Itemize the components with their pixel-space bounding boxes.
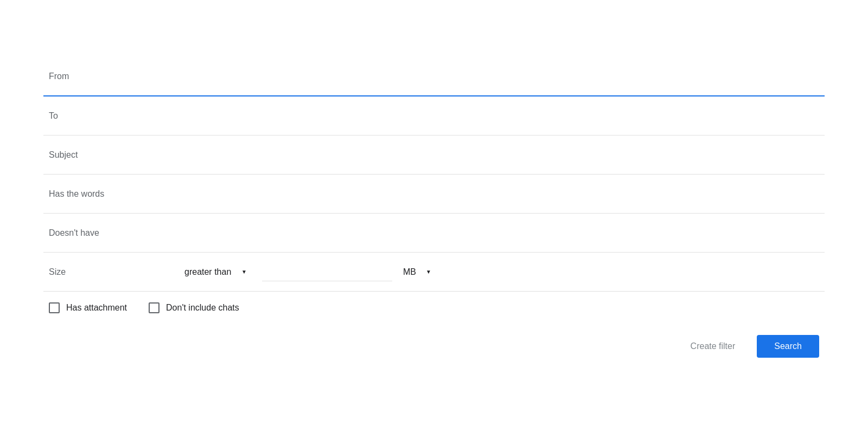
create-filter-button[interactable]: Create filter xyxy=(682,336,744,357)
has-words-input[interactable] xyxy=(184,185,825,203)
from-label: From xyxy=(43,72,184,81)
to-label: To xyxy=(43,111,184,121)
size-controls: greater than less than ▼ MB KB GB ▼ xyxy=(184,262,825,281)
size-label: Size xyxy=(43,267,184,277)
checkboxes-row: Has attachment Don't include chats xyxy=(43,292,825,324)
actions-row: Create filter Search xyxy=(43,324,825,358)
to-row: To xyxy=(43,96,825,135)
doesnt-have-row: Doesn't have xyxy=(43,214,825,253)
advanced-search-form: From To Subject Has the words Doesn't ha… xyxy=(22,47,846,379)
size-number-input[interactable] xyxy=(262,262,392,281)
to-input[interactable] xyxy=(184,107,825,125)
from-row: From xyxy=(43,57,825,96)
subject-row: Subject xyxy=(43,135,825,175)
size-comparator-select[interactable]: greater than less than xyxy=(184,263,251,281)
size-row: Size greater than less than ▼ MB KB GB ▼ xyxy=(43,253,825,292)
size-unit-wrapper: MB KB GB ▼ xyxy=(403,263,436,281)
has-attachment-label[interactable]: Has attachment xyxy=(66,303,127,313)
has-words-label: Has the words xyxy=(43,189,184,199)
doesnt-have-label: Doesn't have xyxy=(43,228,184,238)
has-attachment-checkbox[interactable] xyxy=(49,302,60,313)
dont-include-chats-item: Don't include chats xyxy=(149,302,239,313)
subject-label: Subject xyxy=(43,150,184,160)
dont-include-chats-label[interactable]: Don't include chats xyxy=(166,303,239,313)
dont-include-chats-checkbox[interactable] xyxy=(149,302,159,313)
doesnt-have-input[interactable] xyxy=(184,224,825,242)
size-unit-select[interactable]: MB KB GB xyxy=(403,263,436,281)
size-comparator-wrapper: greater than less than ▼ xyxy=(184,263,251,281)
has-attachment-item: Has attachment xyxy=(49,302,127,313)
from-input[interactable] xyxy=(184,67,825,86)
search-button[interactable]: Search xyxy=(757,335,819,358)
has-words-row: Has the words xyxy=(43,175,825,214)
subject-input[interactable] xyxy=(184,146,825,164)
